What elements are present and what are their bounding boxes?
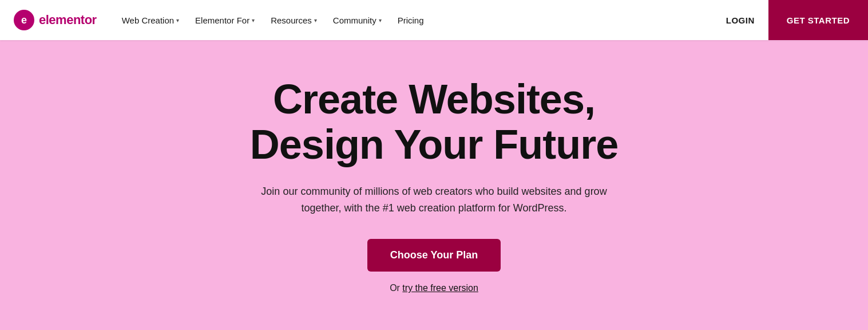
hero-subtitle: Join our community of millions of web cr… bbox=[257, 183, 612, 217]
logo-icon: e bbox=[14, 10, 34, 30]
nav-right: LOGIN GET STARTED bbox=[712, 0, 868, 40]
nav-item-web-creation[interactable]: Web Creation ▾ bbox=[115, 11, 186, 30]
nav-item-resources[interactable]: Resources ▾ bbox=[264, 11, 324, 30]
login-button[interactable]: LOGIN bbox=[712, 10, 768, 31]
chevron-down-icon: ▾ bbox=[314, 17, 317, 23]
nav-links: Web Creation ▾ Elementor For ▾ Resources… bbox=[115, 11, 712, 30]
get-started-button[interactable]: GET STARTED bbox=[768, 0, 868, 40]
nav-item-community[interactable]: Community ▾ bbox=[326, 11, 389, 30]
logo-link[interactable]: e elementor bbox=[14, 10, 97, 30]
nav-item-pricing[interactable]: Pricing bbox=[391, 11, 431, 30]
hero-title: Create Websites, Design Your Future bbox=[250, 77, 618, 167]
chevron-down-icon: ▾ bbox=[252, 17, 255, 23]
chevron-down-icon: ▾ bbox=[379, 17, 382, 23]
free-version-text: Or try the free version bbox=[390, 283, 478, 293]
free-version-link[interactable]: try the free version bbox=[402, 283, 478, 293]
navbar: e elementor Web Creation ▾ Elementor For… bbox=[0, 0, 868, 40]
hero-section: Create Websites, Design Your Future Join… bbox=[0, 40, 868, 330]
chevron-down-icon: ▾ bbox=[176, 17, 179, 23]
choose-plan-button[interactable]: Choose Your Plan bbox=[367, 239, 501, 272]
logo-text: elementor bbox=[39, 13, 97, 28]
nav-item-elementor-for[interactable]: Elementor For ▾ bbox=[188, 11, 261, 30]
